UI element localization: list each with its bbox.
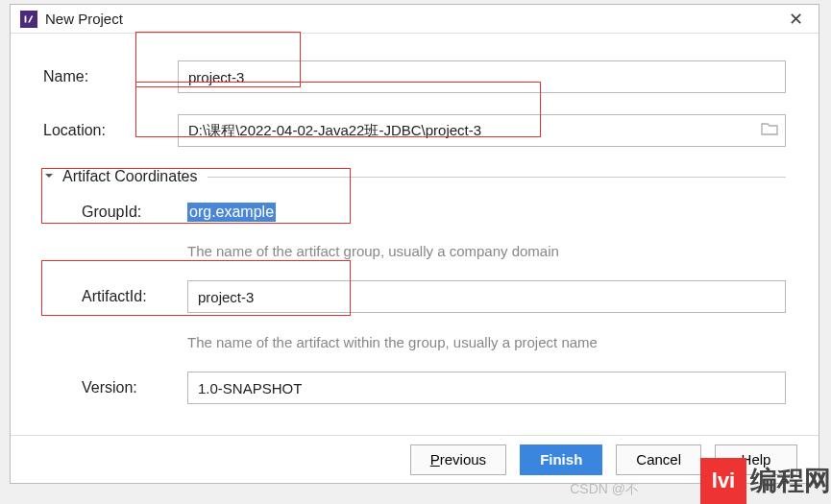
new-project-dialog: New Project ✕ Name: Location: Artifact C… xyxy=(10,4,819,484)
groupid-value: org.example xyxy=(187,203,276,222)
section-title: Artifact Coordinates xyxy=(62,168,198,185)
artifactid-row: ArtifactId: xyxy=(82,280,786,313)
groupid-hint: The name of the artifact group, usually … xyxy=(187,243,786,259)
dialog-footer: Previous Finish Cancel Help xyxy=(11,435,819,483)
groupid-label: GroupId: xyxy=(82,204,187,221)
window-title: New Project xyxy=(45,11,123,27)
location-label: Location: xyxy=(43,122,178,139)
artifact-fields: GroupId: org.example The name of the art… xyxy=(43,203,786,404)
artifact-coordinates-header[interactable]: Artifact Coordinates xyxy=(43,168,786,185)
svg-rect-0 xyxy=(22,12,36,26)
finish-button[interactable]: Finish xyxy=(520,444,602,475)
csdn-watermark: CSDN @不 xyxy=(570,481,639,498)
version-field[interactable] xyxy=(187,372,786,404)
app-icon xyxy=(20,11,37,28)
name-label: Name: xyxy=(43,68,178,85)
artifactid-field[interactable] xyxy=(187,280,786,313)
groupid-field[interactable]: org.example xyxy=(187,203,786,222)
watermark-text: 编程网 xyxy=(750,463,831,499)
folder-icon[interactable] xyxy=(761,122,778,139)
dialog-content: Name: Location: Artifact Coordinates Gro… xyxy=(11,34,819,435)
artifactid-hint: The name of the artifact within the grou… xyxy=(187,334,786,350)
name-row: Name: xyxy=(43,60,786,93)
version-row: Version: xyxy=(82,372,786,404)
watermark-logo: lvi xyxy=(700,458,746,504)
version-label: Version: xyxy=(82,379,187,396)
location-row: Location: xyxy=(43,114,786,147)
groupid-row: GroupId: org.example xyxy=(82,203,786,222)
close-icon[interactable]: ✕ xyxy=(783,9,809,30)
chevron-down-icon xyxy=(43,168,55,185)
name-field[interactable] xyxy=(178,60,786,93)
cancel-button[interactable]: Cancel xyxy=(616,444,701,475)
titlebar: New Project ✕ xyxy=(11,5,819,34)
location-field[interactable] xyxy=(178,114,786,147)
site-watermark: lvi 编程网 xyxy=(700,458,831,504)
artifactid-label: ArtifactId: xyxy=(82,288,187,305)
previous-button[interactable]: Previous xyxy=(410,444,506,475)
section-divider xyxy=(208,177,786,178)
